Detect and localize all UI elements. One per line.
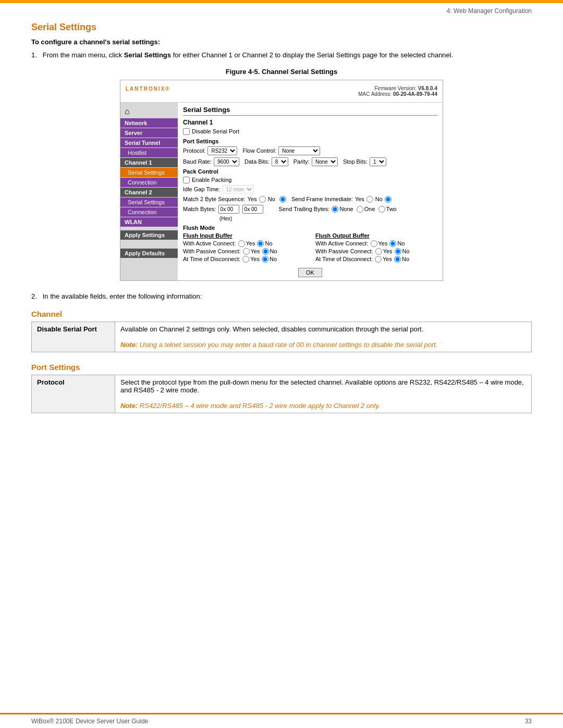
flow-control-label: Flow Control: <box>242 147 276 154</box>
app-layout: ⌂ Network Server Serial Tunnel Hostlist … <box>120 103 443 280</box>
idle-gap-select[interactable]: 12 msec <box>223 185 254 194</box>
hex-note: (Hex) <box>219 216 437 221</box>
sidebar-item-wlan[interactable]: WLAN <box>120 217 178 227</box>
sidebar-item-connection-ch1[interactable]: Connection <box>120 178 178 187</box>
baud-rate-select[interactable]: 9600 <box>214 157 239 166</box>
table-row: Disable Serial Port Available on Channel… <box>32 322 532 352</box>
flush-input-active-row: With Active Connect: Yes No <box>183 240 305 247</box>
send-frame-no-radio[interactable] <box>385 196 391 203</box>
flush-output-active-label: With Active Connect: <box>315 240 369 246</box>
send-frame-label: Send Frame Immediate: <box>291 196 353 202</box>
port-table: Protocol Select the protocol type from t… <box>31 375 532 413</box>
footer-right: 33 <box>525 718 532 725</box>
flush-columns: Flush Input Buffer With Active Connect: … <box>183 232 437 264</box>
page-header: 4: Web Manager Configuration <box>0 3 563 17</box>
sidebar-item-connection-ch2[interactable]: Connection <box>120 207 178 217</box>
match-byte1-input[interactable] <box>218 205 239 214</box>
flow-control-select[interactable]: None <box>278 146 320 155</box>
send-frame-no-label: No <box>375 196 383 202</box>
mac-label: MAC Address: <box>358 91 391 97</box>
step1-text: 1. From the main menu, click Serial Sett… <box>31 50 532 60</box>
sidebar-item-serial-settings-ch2[interactable]: Serial Settings <box>120 198 178 207</box>
port-settings-subsection-title: Port Settings <box>31 363 532 372</box>
channel-label: Channel 1 <box>183 119 437 126</box>
baud-rate-row: Baud Rate: 9600 Data Bits: 8 Parity: Non… <box>183 157 437 166</box>
sidebar-home-icon[interactable]: ⌂ <box>120 105 178 118</box>
match2byte-yes-radio[interactable] <box>259 196 266 203</box>
trailing-one-radio[interactable] <box>357 206 363 213</box>
step1-text-before: From the main menu, click <box>43 51 124 59</box>
trailing-none-label: None <box>339 206 353 212</box>
idle-gap-row: Idle Gap Time: 12 msec <box>183 185 437 194</box>
step2-content: In the available fields, enter the follo… <box>43 292 202 300</box>
trailing-bytes-label: Send Trailing Bytes: <box>279 206 330 212</box>
match-byte2-input[interactable] <box>242 205 263 214</box>
fo-active-yes-radio[interactable] <box>371 240 377 247</box>
flush-output-disconnect-row: At Time of Disconnect: Yes No <box>315 256 437 263</box>
channel-note-label: Note: <box>120 341 138 349</box>
trailing-none-radio[interactable] <box>332 206 338 213</box>
fi-active-yes-radio[interactable] <box>238 240 245 247</box>
sidebar-item-apply-settings[interactable]: Apply Settings <box>120 230 178 240</box>
flush-mode-label: Flush Mode <box>183 225 437 231</box>
sidebar-item-hostlist[interactable]: Hostlist <box>120 148 178 157</box>
fo-active-no-radio[interactable] <box>389 240 396 247</box>
disable-serial-port-label: Disable Serial Port <box>192 128 239 134</box>
stop-bits-select[interactable]: 1 <box>370 157 386 166</box>
fi-active-no-radio[interactable] <box>257 240 264 247</box>
fi-passive-no-radio[interactable] <box>262 248 269 255</box>
fi-passive-yes-label: Yes <box>251 248 260 254</box>
stop-bits-label: Stop Bits: <box>343 158 368 165</box>
parity-label: Parity: <box>293 158 310 165</box>
fo-disc-no-radio[interactable] <box>394 256 401 263</box>
disable-serial-port-checkbox[interactable] <box>183 128 190 135</box>
sidebar-item-server[interactable]: Server <box>120 128 178 138</box>
figure-caption: Figure 4-5. Channel Serial Settings <box>31 68 532 76</box>
send-frame-yes-radio[interactable] <box>366 196 373 203</box>
fi-disc-yes-label: Yes <box>250 256 260 262</box>
fo-passive-no-radio[interactable] <box>395 248 401 255</box>
fo-passive-no-label: No <box>402 248 410 254</box>
sidebar-item-apply-defaults[interactable]: Apply Defaults <box>120 249 178 258</box>
sidebar-item-serial-settings-ch1[interactable]: Serial Settings <box>120 168 178 177</box>
enable-packing-checkbox[interactable] <box>183 177 190 183</box>
flush-output-passive-label: With Passive Connect: <box>315 248 373 254</box>
data-bits-label: Data Bits: <box>244 158 270 165</box>
sidebar-item-channel2: Channel 2 <box>120 188 178 197</box>
flush-input-disconnect-label: At Time of Disconnect: <box>183 256 240 262</box>
sidebar-item-serial-tunnel[interactable]: Serial Tunnel <box>120 138 178 147</box>
fi-disc-yes-radio[interactable] <box>242 256 249 263</box>
trailing-one-label: One <box>364 206 375 212</box>
fo-passive-yes-radio[interactable] <box>375 248 382 255</box>
sidebar-item-network[interactable]: Network <box>120 118 178 128</box>
panel-title: Serial Settings <box>183 106 437 116</box>
protocol-desc-text: Select the protocol type from the pull-d… <box>120 378 524 394</box>
ok-btn-row: OK <box>183 268 437 277</box>
chapter-label: 4: Web Manager Configuration <box>447 7 532 15</box>
fo-disc-yes-radio[interactable] <box>375 256 382 263</box>
parity-select[interactable]: None <box>312 157 338 166</box>
flush-output-active-row: With Active Connect: Yes No <box>315 240 437 247</box>
fo-active-no-label: No <box>397 240 405 246</box>
flush-output-passive-row: With Passive Connect: Yes No <box>315 248 437 255</box>
match2byte-no-radio[interactable] <box>279 196 286 203</box>
flush-output-col: Flush Output Buffer With Active Connect:… <box>315 232 437 264</box>
protocol-select[interactable]: RS232 <box>207 146 237 155</box>
ok-button[interactable]: OK <box>298 268 322 277</box>
step2-text: 2. In the available fields, enter the fo… <box>31 291 532 302</box>
fo-active-yes-label: Yes <box>378 240 388 246</box>
logo-tm: ® <box>165 85 170 91</box>
disable-serial-port-col-desc: Available on Channel 2 settings only. Wh… <box>115 322 532 352</box>
trailing-two-label: Two <box>386 206 397 212</box>
step2-number: 2. <box>31 292 37 300</box>
match2byte-row: Match 2 Byte Sequence: Yes No Send Frame… <box>183 196 437 203</box>
trailing-two-radio[interactable] <box>378 206 385 213</box>
fi-passive-yes-radio[interactable] <box>243 248 250 255</box>
fi-active-no-label: No <box>265 240 272 246</box>
flush-input-col: Flush Input Buffer With Active Connect: … <box>183 232 305 264</box>
step1-text-after: for either Channel 1 or Channel 2 to dis… <box>171 51 453 59</box>
data-bits-select[interactable]: 8 <box>272 157 288 166</box>
footer-left: WiBox® 2100E Device Server User Guide <box>31 718 148 725</box>
fi-disc-no-radio[interactable] <box>262 256 268 263</box>
channel-note-text: Using a telnet session you may enter a b… <box>138 341 437 349</box>
